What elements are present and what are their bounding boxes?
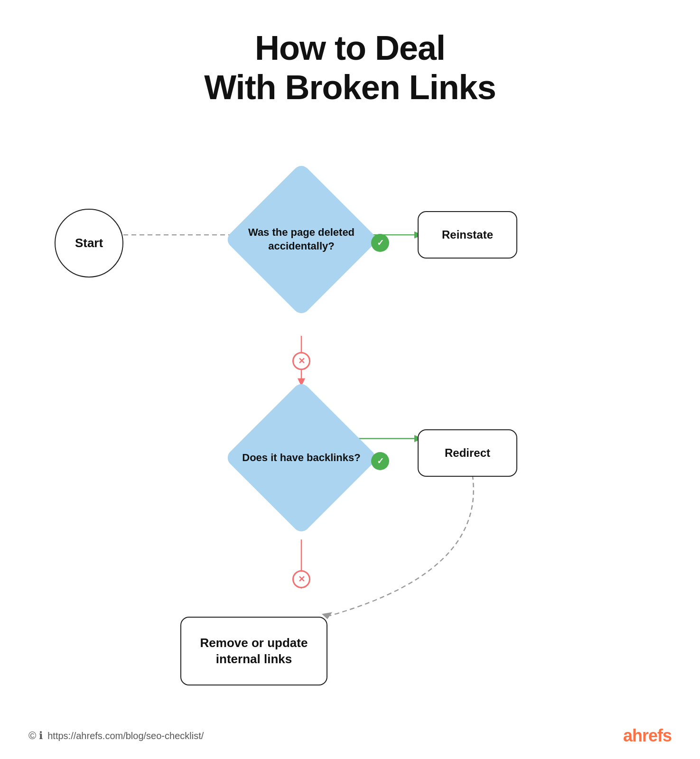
page-title: How to Deal With Broken Links <box>0 0 700 107</box>
footer: © ℹ https://ahrefs.com/blog/seo-checklis… <box>0 726 700 746</box>
footer-left: © ℹ https://ahrefs.com/blog/seo-checklis… <box>28 730 204 742</box>
start-label: Start <box>75 236 103 250</box>
reinstate-label: Reinstate <box>442 227 493 242</box>
diagram-area: Start Was the page deleted accidentally?… <box>0 123 700 721</box>
no-icon-2: ✕ <box>292 570 310 588</box>
start-node: Start <box>55 209 123 278</box>
title-line1: How to Deal <box>0 28 700 68</box>
cc-icon: © <box>28 730 36 742</box>
diamond-label-1: Was the page deleted accidentally? <box>228 200 375 279</box>
reinstate-box: Reinstate <box>418 211 517 259</box>
brand-name: ahrefs <box>623 726 672 745</box>
yes-icon-1: ✓ <box>371 234 389 252</box>
footer-icons: © ℹ <box>28 730 43 742</box>
redirect-box: Redirect <box>418 429 517 477</box>
info-icon: ℹ <box>39 730 43 742</box>
diamond-label-2: Does it have backlinks? <box>228 418 375 497</box>
redirect-label: Redirect <box>445 445 490 460</box>
title-line2: With Broken Links <box>0 68 700 107</box>
yes-icon-2: ✓ <box>371 452 389 470</box>
ahrefs-logo: ahrefs <box>623 726 672 746</box>
remove-box: Remove or update internal links <box>180 617 327 685</box>
remove-label: Remove or update internal links <box>181 635 327 667</box>
footer-url: https://ahrefs.com/blog/seo-checklist/ <box>47 731 204 741</box>
no-icon-1: ✕ <box>292 352 310 370</box>
